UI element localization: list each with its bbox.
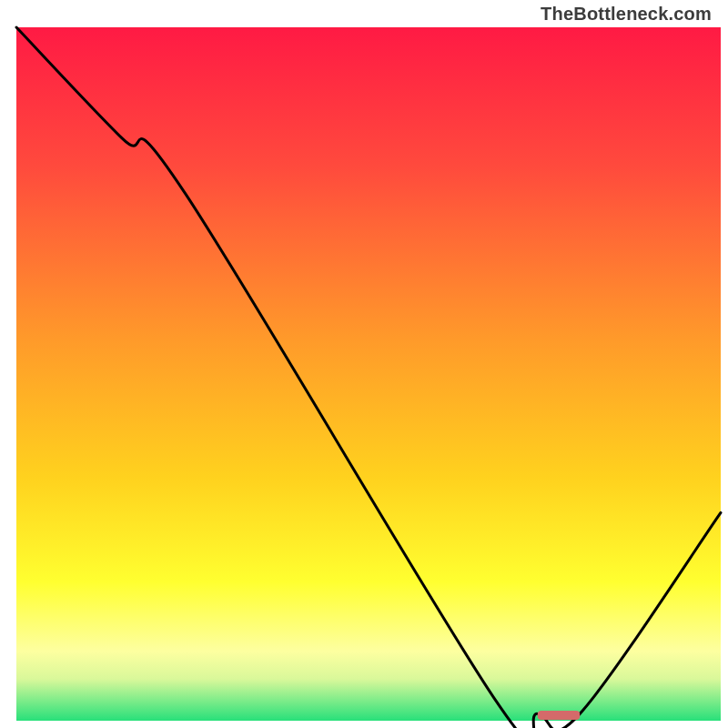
watermark-text: TheBottleneck.com <box>541 4 712 25</box>
bottleneck-chart <box>0 0 728 728</box>
gradient-background <box>16 27 721 721</box>
optimal-range-marker <box>538 711 580 720</box>
